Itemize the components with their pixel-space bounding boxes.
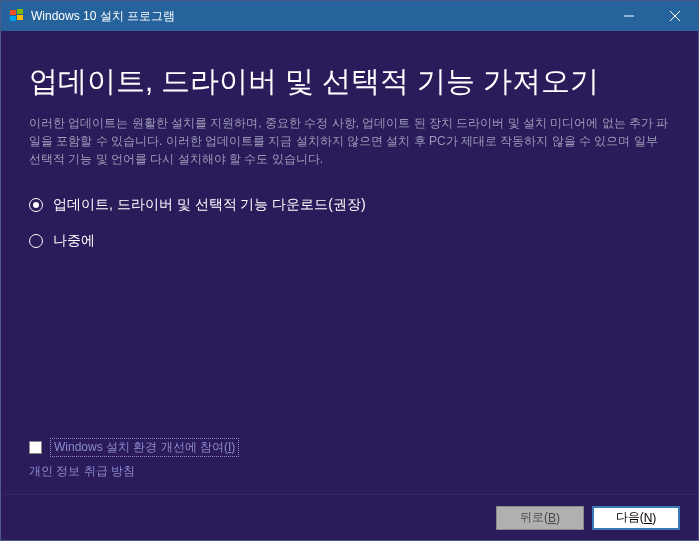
titlebar: Windows 10 설치 프로그램 [1,1,698,31]
footer: 뒤로(B) 다음(N) [1,494,698,540]
next-button[interactable]: 다음(N) [592,506,680,530]
svg-rect-3 [17,15,23,20]
radio-label: 업데이트, 드라이버 및 선택적 기능 다운로드(권장) [53,196,366,214]
page-heading: 업데이트, 드라이버 및 선택적 기능 가져오기 [29,61,670,102]
participation-checkbox-label[interactable]: Windows 설치 환경 개선에 참여(I) [50,438,239,457]
minimize-button[interactable] [606,1,652,31]
bottom-section: Windows 설치 환경 개선에 참여(I) 개인 정보 취급 방침 [29,438,670,494]
radio-indicator [29,198,43,212]
radio-label: 나중에 [53,232,95,250]
radio-indicator [29,234,43,248]
window-title: Windows 10 설치 프로그램 [31,8,606,25]
back-button[interactable]: 뒤로(B) [496,506,584,530]
participation-checkbox[interactable] [29,441,42,454]
svg-rect-0 [10,10,16,15]
radio-group: 업데이트, 드라이버 및 선택적 기능 다운로드(권장) 나중에 [29,196,670,250]
radio-download-option[interactable]: 업데이트, 드라이버 및 선택적 기능 다운로드(권장) [29,196,670,214]
participation-checkbox-row: Windows 설치 환경 개선에 참여(I) [29,438,670,457]
content-area: 업데이트, 드라이버 및 선택적 기능 가져오기 이러한 업데이트는 원활한 설… [1,31,698,494]
app-icon [9,8,25,24]
installer-window: Windows 10 설치 프로그램 업데이트, 드라이버 및 선택적 기능 가… [0,0,699,541]
svg-rect-2 [10,16,16,21]
svg-rect-1 [17,9,23,14]
titlebar-controls [606,1,698,31]
privacy-policy-link[interactable]: 개인 정보 취급 방침 [29,463,670,480]
close-button[interactable] [652,1,698,31]
radio-later-option[interactable]: 나중에 [29,232,670,250]
page-description: 이러한 업데이트는 원활한 설치를 지원하며, 중요한 수정 사항, 업데이트 … [29,114,670,168]
